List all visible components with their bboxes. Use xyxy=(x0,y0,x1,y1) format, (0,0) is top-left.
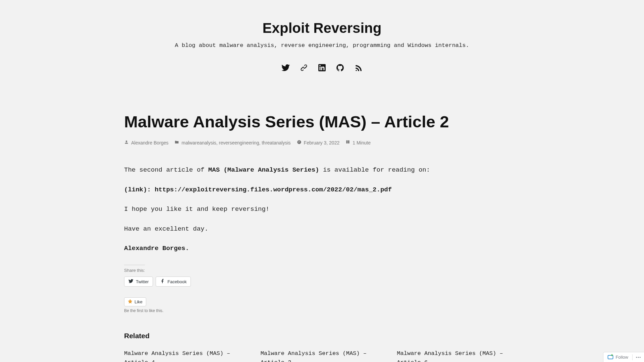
meta-date: February 3, 2022 xyxy=(297,140,340,145)
like-section: Like Be the first to like this. xyxy=(124,297,520,313)
like-caption: Be the first to like this. xyxy=(124,308,520,313)
body-paragraph: Alexandre Borges. xyxy=(124,243,520,253)
more-menu-button[interactable] xyxy=(633,352,644,362)
author-link[interactable]: Alexandre Borges xyxy=(131,140,168,145)
folder-icon xyxy=(174,140,179,145)
svg-point-1 xyxy=(636,357,637,358)
post: Malware Analysis Series (MAS) – Article … xyxy=(121,112,523,362)
share-twitter-button[interactable]: Twitter xyxy=(124,277,153,287)
share-facebook-button[interactable]: Facebook xyxy=(156,277,191,287)
meta-categories: malwareanalysis, reverseengineering, thr… xyxy=(174,140,290,145)
body-paragraph: I hope you like it and keep reversing! xyxy=(124,204,520,214)
post-title: Malware Analysis Series (MAS) – Article … xyxy=(124,112,520,131)
rss-icon[interactable] xyxy=(354,63,363,72)
body-paragraph: Have an excellent day. xyxy=(124,224,520,234)
like-button[interactable]: Like xyxy=(124,297,146,306)
share-facebook-label: Facebook xyxy=(167,279,186,284)
twitter-icon xyxy=(128,279,133,285)
related-link[interactable]: Malware Analysis Series (MAS) – Article … xyxy=(397,349,520,362)
post-body: The second article of MAS (Malware Analy… xyxy=(124,165,520,253)
svg-point-3 xyxy=(640,357,641,358)
body-paragraph: The second article of MAS (Malware Analy… xyxy=(124,165,520,175)
pdf-link[interactable]: https://exploitreversing.files.wordpress… xyxy=(155,186,392,193)
follow-button[interactable]: Follow xyxy=(603,352,632,362)
site-tagline: A blog about malware analysis, reverse e… xyxy=(121,42,523,49)
link-icon[interactable] xyxy=(300,63,308,72)
user-icon xyxy=(124,140,129,145)
date-link[interactable]: February 3, 2022 xyxy=(304,140,340,145)
like-label: Like xyxy=(135,299,143,304)
related-heading: Related xyxy=(124,332,520,340)
github-icon[interactable] xyxy=(336,63,344,72)
category-link[interactable]: threatanalysis xyxy=(262,140,290,145)
category-link[interactable]: malwareanalysis xyxy=(181,140,216,145)
book-icon xyxy=(345,140,350,145)
meta-readtime: 1 Minute xyxy=(345,140,371,145)
site-title[interactable]: Exploit Reversing xyxy=(121,20,523,36)
related-link[interactable]: Malware Analysis Series (MAS) – Article … xyxy=(124,349,247,362)
meta-author: Alexandre Borges xyxy=(124,140,168,145)
readtime-text: 1 Minute xyxy=(353,140,371,145)
star-icon xyxy=(128,299,132,305)
svg-point-2 xyxy=(638,357,639,358)
share-twitter-label: Twitter xyxy=(136,279,149,284)
category-link[interactable]: reverseengineering xyxy=(219,140,259,145)
clock-icon xyxy=(297,140,302,145)
follow-plus-icon xyxy=(607,354,613,361)
body-paragraph: (link): https://exploitreversing.files.w… xyxy=(124,185,520,195)
follow-label: Follow xyxy=(615,355,628,360)
categories-list: malwareanalysis, reverseengineering, thr… xyxy=(181,140,290,145)
linkedin-icon[interactable] xyxy=(318,63,326,72)
share-label: Share this: xyxy=(124,265,145,273)
admin-bar: Follow xyxy=(603,352,644,362)
related-link[interactable]: Malware Analysis Series (MAS) – Article … xyxy=(261,349,384,362)
twitter-icon[interactable] xyxy=(281,63,290,72)
related-section: Related Malware Analysis Series (MAS) – … xyxy=(124,332,520,362)
facebook-icon xyxy=(160,279,165,285)
post-meta: Alexandre Borges malwareanalysis, revers… xyxy=(124,140,520,145)
social-nav xyxy=(121,63,523,72)
share-section: Share this: Twitter Facebook xyxy=(124,265,520,287)
